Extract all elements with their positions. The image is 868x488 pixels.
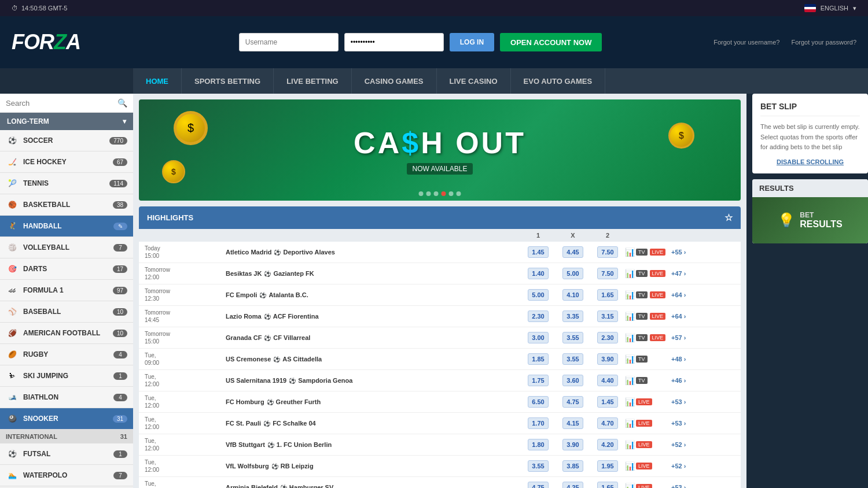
odds-x[interactable]: 4.15 xyxy=(556,417,590,429)
sidebar-item-baseball[interactable]: ⚾ BASEBALL 10 xyxy=(0,301,133,323)
sidebar-item-biathlon[interactable]: 🎿 BIATHLON 4 xyxy=(0,387,133,408)
more-bets[interactable]: +52 › xyxy=(671,441,712,448)
login-button[interactable]: LOG IN xyxy=(450,33,494,51)
odds-x[interactable]: 3.85 xyxy=(556,460,590,472)
disable-scrolling-button[interactable]: DISABLE SCROLLING xyxy=(760,158,860,165)
odds-1[interactable]: 1.70 xyxy=(521,417,556,429)
odds-2[interactable]: 7.50 xyxy=(590,268,625,279)
more-bets[interactable]: +46 › xyxy=(671,377,712,384)
odds-x[interactable]: 4.10 xyxy=(556,289,590,301)
sidebar-item-handball[interactable]: 🤾 HANDBALL ✎ xyxy=(0,216,133,237)
odds-x[interactable]: 3.55 xyxy=(556,353,590,365)
more-bets[interactable]: +53 › xyxy=(671,398,712,405)
odds-2[interactable]: 2.30 xyxy=(590,332,625,343)
more-bets[interactable]: +57 › xyxy=(671,334,712,341)
odds-1[interactable]: 1.75 xyxy=(521,375,556,386)
odds-2[interactable]: 4.70 xyxy=(590,417,625,429)
star-button[interactable]: ☆ xyxy=(724,212,733,223)
home-team: Granada CF xyxy=(226,334,262,341)
odds-x[interactable]: 3.60 xyxy=(556,375,590,386)
top-bar: ⏱ 14:50:58 GMT-5 ENGLISH ▾ xyxy=(0,0,868,16)
odds-x[interactable]: 3.55 xyxy=(556,332,590,343)
odds-1[interactable]: 6.50 xyxy=(521,396,556,408)
dot-4[interactable] xyxy=(442,191,446,196)
odds-1[interactable]: 3.55 xyxy=(521,460,556,472)
match-time: Tue,12:00 xyxy=(145,459,226,474)
odds-x[interactable]: 4.75 xyxy=(556,396,590,408)
odds-2[interactable]: 3.15 xyxy=(590,310,625,322)
more-bets[interactable]: +64 › xyxy=(671,291,712,298)
more-bets[interactable]: +55 › xyxy=(671,249,712,256)
odds-x[interactable]: 4.45 xyxy=(556,246,590,258)
open-account-button[interactable]: OPEN ACCOUNT NOW xyxy=(500,33,602,51)
nav-home[interactable]: HOME xyxy=(133,68,182,94)
sidebar-item-futsal[interactable]: ⚽ FUTSAL 1 xyxy=(0,443,133,465)
odds-1[interactable]: 4.75 xyxy=(521,482,556,488)
odds-2[interactable]: 1.45 xyxy=(590,396,625,408)
biathlon-icon: 🎿 xyxy=(6,391,19,404)
sidebar-item-snooker[interactable]: 🎱 SNOOKER 31 xyxy=(0,408,133,430)
odds-1[interactable]: 3.00 xyxy=(521,332,556,343)
search-icon[interactable]: 🔍 xyxy=(117,98,127,108)
sidebar-item-american-football[interactable]: 🏈 AMERICAN FOOTBALL 10 xyxy=(0,323,133,344)
odds-2[interactable]: 1.65 xyxy=(590,482,625,488)
username-field[interactable] xyxy=(239,33,339,51)
more-bets[interactable]: +52 › xyxy=(671,463,712,469)
odds-1[interactable]: 1.80 xyxy=(521,439,556,450)
nav-sports-betting[interactable]: SPORTS BETTING xyxy=(182,68,274,94)
search-input[interactable] xyxy=(6,99,114,108)
forgot-username-link[interactable]: Forgot your username? xyxy=(713,39,779,46)
banner-subtitle[interactable]: NOW AVAILABLE xyxy=(407,163,473,175)
sidebar-item-waterpolo[interactable]: 🏊 WATERPOLO 7 xyxy=(0,465,133,486)
sidebar-item-ski-jumping[interactable]: ⛷ SKI JUMPING 1 xyxy=(0,365,133,387)
odds-x[interactable]: 3.35 xyxy=(556,310,590,322)
odds-x[interactable]: 5.00 xyxy=(556,268,590,279)
handball-icon: 🤾 xyxy=(6,220,19,232)
odds-1[interactable]: 2.30 xyxy=(521,310,556,322)
odds-2[interactable]: 4.40 xyxy=(590,375,625,386)
sidebar-item-volleyball[interactable]: 🏐 VOLLEYBALL 7 xyxy=(0,237,133,258)
odds-2[interactable]: 7.50 xyxy=(590,246,625,258)
long-term-button[interactable]: LONG-TERM ▾ xyxy=(0,113,133,130)
odds-1[interactable]: 5.00 xyxy=(521,289,556,301)
odds-2[interactable]: 1.65 xyxy=(590,289,625,301)
odds-1[interactable]: 1.40 xyxy=(521,268,556,279)
odds-2[interactable]: 3.90 xyxy=(590,353,625,365)
match-teams: FC St. Pauli ⚽ FC Schalke 04 xyxy=(226,420,521,427)
dot-5[interactable] xyxy=(449,191,454,196)
odds-x[interactable]: 4.25 xyxy=(556,482,590,488)
sidebar-item-formula1[interactable]: 🏎 FORMULA 1 97 xyxy=(0,280,133,301)
vs-icon: ⚽ xyxy=(280,485,287,489)
dot-3[interactable] xyxy=(434,191,439,196)
sidebar-item-basketball[interactable]: 🏀 BASKETBALL 38 xyxy=(0,194,133,216)
more-bets[interactable]: +64 › xyxy=(671,313,712,320)
more-bets[interactable]: +53 › xyxy=(671,420,712,427)
col-1: 1 xyxy=(521,232,556,239)
sidebar-item-darts[interactable]: 🎯 DARTS 17 xyxy=(0,258,133,280)
more-bets[interactable]: +53 › xyxy=(671,484,712,488)
password-field[interactable] xyxy=(344,33,444,51)
nav-casino-games[interactable]: CASINO GAMES xyxy=(352,68,437,94)
dot-6[interactable] xyxy=(457,191,461,196)
odds-2[interactable]: 1.95 xyxy=(590,460,625,472)
dot-2[interactable] xyxy=(426,191,431,196)
more-bets[interactable]: +48 › xyxy=(671,356,712,363)
baseball-icon: ⚾ xyxy=(6,305,19,318)
odds-2[interactable]: 4.20 xyxy=(590,439,625,450)
odds-1[interactable]: 1.85 xyxy=(521,353,556,365)
language-selector[interactable]: ENGLISH ▾ xyxy=(804,4,856,12)
sidebar-item-tennis[interactable]: 🎾 TENNIS 114 xyxy=(0,173,133,194)
search-box: 🔍 xyxy=(0,94,133,113)
sidebar-item-soccer[interactable]: ⚽ SOCCER 770 xyxy=(0,130,133,151)
nav-live-betting[interactable]: LIVE BETTING xyxy=(274,68,352,94)
odds-1[interactable]: 1.45 xyxy=(521,246,556,258)
nav-evo-auto[interactable]: EVO AUTO GAMES xyxy=(511,68,605,94)
more-bets[interactable]: +47 › xyxy=(671,270,712,277)
forgot-password-link[interactable]: Forgot your password? xyxy=(792,39,857,46)
col-teams xyxy=(226,232,521,239)
sidebar-item-rugby[interactable]: 🏉 RUGBY 4 xyxy=(0,344,133,365)
nav-live-casino[interactable]: LIVE CASINO xyxy=(437,68,511,94)
sidebar-item-ice-hockey[interactable]: 🏒 ICE HOCKEY 67 xyxy=(0,151,133,173)
odds-x[interactable]: 3.90 xyxy=(556,439,590,450)
dot-1[interactable] xyxy=(419,191,424,196)
